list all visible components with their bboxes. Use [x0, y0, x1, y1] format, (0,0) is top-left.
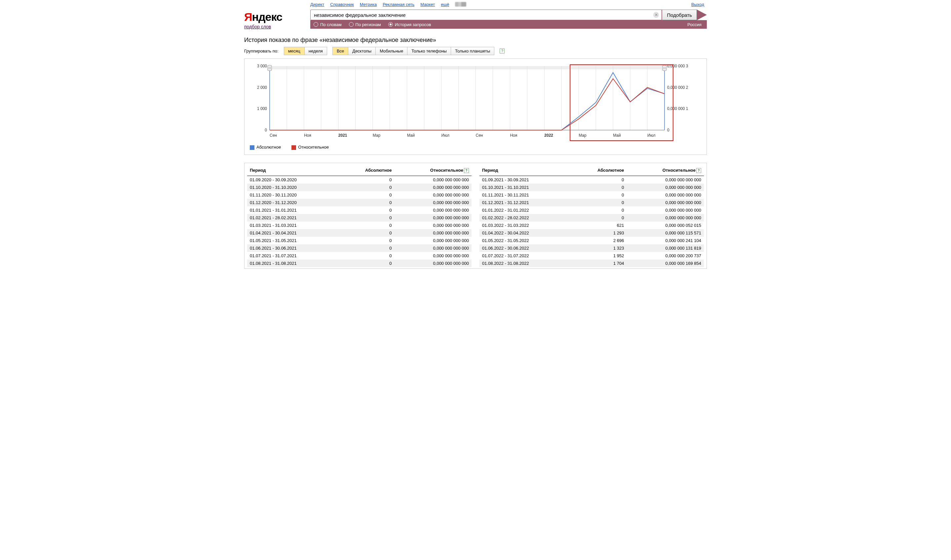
table-row: 01.06.2021 - 30.06.202100,000 000 000 00… [247, 245, 472, 252]
table-row: 01.08.2021 - 31.08.202100,000 000 000 00… [247, 260, 472, 267]
table-row: 01.05.2022 - 31.05.20222 6960,000 000 24… [479, 237, 704, 245]
table-row: 01.02.2021 - 28.02.202100,000 000 000 00… [247, 214, 472, 222]
table-row: 01.10.2020 - 31.10.202000,000 000 000 00… [247, 183, 472, 191]
help-icon[interactable]: ? [464, 168, 469, 173]
svg-text:Июл: Июл [441, 133, 449, 138]
table-row: 01.04.2022 - 30.04.20221 2930,000 000 11… [479, 229, 704, 237]
svg-text:Июл: Июл [647, 133, 655, 138]
nav-direct[interactable]: Директ [310, 2, 324, 7]
device-all[interactable]: Все [333, 47, 348, 55]
svg-text:Мар: Мар [373, 133, 381, 138]
table-row: 01.03.2021 - 31.03.202100,000 000 000 00… [247, 222, 472, 229]
svg-text:Ноя: Ноя [510, 133, 517, 138]
table-row: 01.12.2021 - 31.12.202100,000 000 000 00… [479, 199, 704, 206]
table-row: 01.04.2021 - 30.04.202100,000 000 000 00… [247, 229, 472, 237]
nav-market[interactable]: Маркет [420, 2, 435, 7]
svg-text:2 000: 2 000 [257, 85, 267, 90]
range-handle[interactable] [663, 65, 666, 71]
table-row: 01.02.2022 - 28.02.202200,000 000 000 00… [479, 214, 704, 222]
submit-button[interactable]: Подобрать [662, 9, 697, 20]
table-row: 01.09.2021 - 30.09.202100,000 000 000 00… [479, 176, 704, 183]
table-row: 01.07.2022 - 31.07.20221 9520,000 000 20… [479, 252, 704, 260]
svg-text:Ноя: Ноя [304, 133, 311, 138]
legend-rel: Относительное [291, 145, 329, 150]
nav-metrika[interactable]: Метрика [360, 2, 377, 7]
region-label[interactable]: Россия [687, 22, 701, 27]
svg-text:1 000: 1 000 [257, 106, 267, 111]
user-avatar-blur [455, 2, 466, 7]
tab-by-words[interactable]: По словам [314, 22, 342, 27]
search-input[interactable] [313, 12, 653, 18]
legend-abs: Абсолютное [250, 145, 281, 150]
table-row: 01.08.2022 - 31.08.20221 7040,000 000 16… [479, 260, 704, 267]
group-month[interactable]: месяц [284, 47, 305, 55]
svg-rect-0 [270, 66, 664, 69]
svg-text:3 000: 3 000 [257, 64, 267, 68]
table-row: 01.11.2021 - 30.11.202100,000 000 000 00… [479, 191, 704, 199]
device-phones[interactable]: Только телефоны [407, 47, 451, 55]
yandex-logo: Яндекс [244, 11, 310, 23]
nav-spravochnik[interactable]: Справочник [330, 2, 354, 7]
search-input-wrap: ✕ [310, 9, 662, 20]
device-mobile[interactable]: Мобильные [376, 47, 407, 55]
top-nav: Директ Справочник Метрика Рекламная сеть… [310, 2, 707, 7]
th-abs: Абсолютное [571, 166, 626, 176]
clear-icon[interactable]: ✕ [653, 12, 659, 18]
history-chart[interactable]: СенНоя2021МарМайИюлСенНоя2022МарМайИюл01… [250, 63, 696, 142]
wordstat-sublogo-link[interactable]: подбор слов [244, 24, 271, 29]
table-row: 01.05.2021 - 31.05.202100,000 000 000 00… [247, 237, 472, 245]
svg-text:0: 0 [667, 128, 669, 132]
svg-text:Сен: Сен [270, 133, 277, 138]
svg-text:0,000 000 1: 0,000 000 1 [667, 106, 688, 111]
table-row: 01.10.2021 - 31.10.202100,000 000 000 00… [479, 183, 704, 191]
search-mode-tabs: По словам По регионам История запросов Р… [310, 20, 707, 29]
table-left: Период Абсолютное Относительное? 01.09.2… [247, 166, 472, 267]
svg-text:Май: Май [407, 133, 415, 138]
svg-text:2021: 2021 [338, 133, 347, 138]
help-icon[interactable]: ? [499, 49, 505, 54]
chart-container: СенНоя2021МарМайИюлСенНоя2022МарМайИюл01… [244, 58, 707, 155]
table-row: 01.12.2020 - 31.12.202000,000 000 000 00… [247, 199, 472, 206]
table-right: Период Абсолютное Относительное? 01.09.2… [479, 166, 704, 267]
help-icon[interactable]: ? [696, 168, 701, 173]
svg-text:Сен: Сен [476, 133, 483, 138]
group-by-label: Группировать по: [244, 49, 279, 54]
table-row: 01.11.2020 - 30.11.202000,000 000 000 00… [247, 191, 472, 199]
group-week[interactable]: неделя [305, 47, 327, 55]
table-row: 01.01.2021 - 31.01.202100,000 000 000 00… [247, 206, 472, 214]
svg-text:0: 0 [265, 128, 267, 132]
svg-text:Май: Май [613, 133, 621, 138]
range-handle[interactable] [268, 65, 271, 71]
nav-more[interactable]: ещё [441, 2, 449, 7]
svg-rect-45 [570, 65, 673, 141]
logout-link[interactable]: Выход [691, 2, 704, 7]
table-row: 01.07.2021 - 31.07.202100,000 000 000 00… [247, 252, 472, 260]
page-title: История показов по фразе «независимое фе… [244, 37, 707, 44]
svg-text:2022: 2022 [544, 133, 553, 138]
svg-text:0,000 000 2: 0,000 000 2 [667, 85, 688, 90]
tabstrip-arrow [697, 9, 707, 20]
th-rel: Относительное? [626, 166, 704, 176]
table-row: 01.03.2022 - 31.03.20226210,000 000 052 … [479, 222, 704, 229]
th-period: Период [479, 166, 571, 176]
th-rel: Относительное? [394, 166, 472, 176]
device-tablets[interactable]: Только планшеты [451, 47, 494, 55]
tab-by-regions[interactable]: По регионам [349, 22, 381, 27]
device-desktop[interactable]: Десктопы [348, 47, 376, 55]
th-period: Период [247, 166, 338, 176]
svg-text:Мар: Мар [579, 133, 587, 138]
table-row: 01.01.2022 - 31.01.202200,000 000 000 00… [479, 206, 704, 214]
nav-adnetwork[interactable]: Рекламная сеть [383, 2, 415, 7]
tab-history[interactable]: История запросов [388, 22, 431, 27]
table-row: 01.09.2020 - 30.09.202000,000 000 000 00… [247, 176, 472, 183]
th-abs: Абсолютное [338, 166, 394, 176]
table-row: 01.06.2022 - 30.06.20221 3230,000 000 13… [479, 245, 704, 252]
